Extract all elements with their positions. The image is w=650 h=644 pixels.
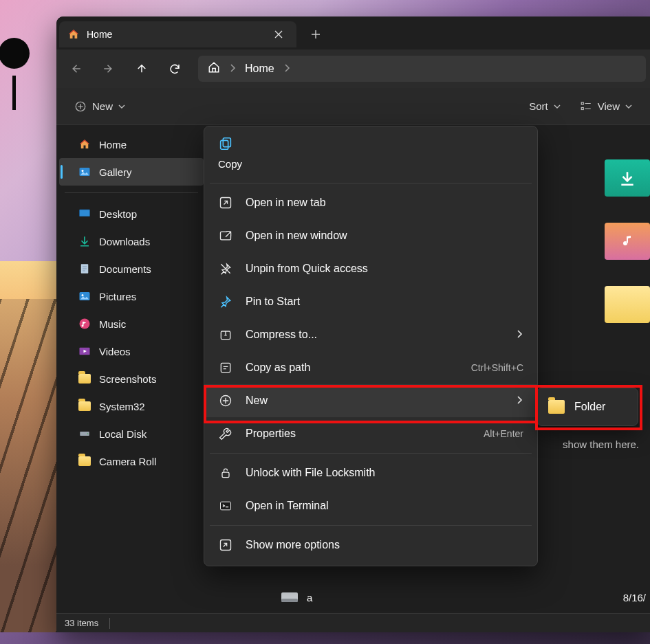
up-button[interactable] [127,54,157,84]
file-row[interactable]: a [281,591,312,603]
terminal-icon [218,498,233,513]
ctx-open-new-window[interactable]: Open in new window [204,219,537,252]
sidebar-item-label: Downloads [99,236,150,247]
ctx-label: Open in new tab [246,197,326,209]
chevron-right-icon [283,63,291,75]
sidebar-item-label: Screenshots [99,373,156,385]
pin-icon [218,294,233,309]
folder-icon [78,400,91,412]
archive-icon [218,327,233,342]
ctx-open-in-terminal[interactable]: Open in Terminal [204,489,537,522]
file-date: 8/16/ [623,592,646,603]
ctx-unlock-file-locksmith[interactable]: Unlock with File Locksmith [204,456,537,489]
shortcut-text: Ctrl+Shift+C [471,362,523,373]
copy-icon [218,136,523,154]
svg-rect-1 [581,102,583,104]
ctx-label: New [246,395,268,407]
forward-button[interactable] [94,54,124,84]
sidebar-item-desktop[interactable]: Desktop [56,200,206,227]
breadcrumb-home[interactable]: Home [245,63,274,75]
ctx-compress-to[interactable]: Compress to... [204,318,537,351]
sidebar-item-pictures[interactable]: Pictures [56,282,206,310]
home-icon [78,138,91,151]
music-icon [78,318,91,330]
sidebar-item-home[interactable]: Home [56,131,206,158]
sidebar-item-documents[interactable]: Documents [56,255,206,282]
ctx-pin-to-start[interactable]: Pin to Start [204,285,537,318]
music-tile[interactable] [605,223,650,260]
context-menu-header[interactable]: Copy [204,131,537,180]
tab-bar: Home [56,16,650,49]
new-tab-button[interactable] [302,21,329,48]
copy-path-icon [218,360,233,375]
properties-icon [218,426,233,441]
generic-folder-tile[interactable] [605,286,650,323]
more-options-icon [218,537,233,553]
copy-label: Copy [218,158,242,170]
ctx-new[interactable]: New [204,384,537,417]
sidebar-item-label: Camera Roll [99,456,156,467]
sidebar-item-screenshots[interactable]: Screenshots [56,365,206,392]
sidebar-item-label: Documents [99,263,151,275]
sidebar-item-label: Pictures [99,291,136,302]
home-icon [208,61,220,76]
chevron-right-icon [515,395,523,407]
ctx-label: Unlock with File Locksmith [246,467,376,479]
file-explorer-window: Home Home [56,16,650,632]
ctx-open-new-tab[interactable]: Open in new tab [204,186,537,219]
item-count: 33 items [65,618,98,628]
folder-tiles [605,159,650,323]
downloads-tile[interactable] [605,159,650,197]
svg-rect-24 [221,502,231,510]
new-button[interactable]: New [67,94,132,119]
sidebar-item-camera-roll[interactable]: Camera Roll [56,447,206,475]
view-button-label: View [598,100,620,112]
new-icon [218,393,233,408]
file-name: a [307,592,312,603]
chevron-right-icon [228,63,237,75]
toolbar: New Sort View [56,88,650,125]
open-new-tab-icon [218,195,233,210]
sidebar-item-local-disk[interactable]: Local Disk [56,420,206,447]
context-menu: Copy Open in new tab Open in new window … [204,126,538,566]
svg-point-4 [82,170,84,172]
sidebar-item-label: Music [99,318,126,330]
sidebar-item-videos[interactable]: Videos [56,337,206,365]
submenu-folder[interactable]: Folder [574,401,605,413]
sidebar: Home Gallery Desktop Downloads Documents [56,125,206,613]
ctx-label: Open in new window [246,230,347,242]
refresh-button[interactable] [160,54,190,84]
ctx-label: Unpin from Quick access [246,263,368,275]
svg-rect-5 [80,210,90,216]
tab-title: Home [87,29,262,40]
sidebar-item-label: Gallery [99,166,132,178]
new-button-label: New [92,100,113,112]
tab-home[interactable]: Home [59,21,296,47]
sidebar-item-gallery[interactable]: Gallery [59,158,204,186]
sidebar-item-label: Local Disk [99,428,147,440]
sidebar-item-system32[interactable]: System32 [56,392,206,420]
ctx-unpin-quick-access[interactable]: Unpin from Quick access [204,252,537,285]
ctx-copy-as-path[interactable]: Copy as path Ctrl+Shift+C [204,351,537,384]
view-button[interactable]: View [573,94,639,119]
chevron-right-icon [515,329,523,341]
ctx-properties[interactable]: Properties Alt+Enter [204,417,537,450]
folder-icon [548,400,565,414]
close-tab-button[interactable] [269,25,288,44]
sidebar-item-label: Home [99,139,127,151]
sidebar-item-music[interactable]: Music [56,310,206,337]
ctx-label: Compress to... [246,329,317,341]
svg-point-13 [87,433,89,434]
svg-rect-17 [221,140,228,149]
ctx-show-more-options[interactable]: Show more options [204,529,537,562]
address-bar[interactable]: Home [198,56,646,82]
documents-icon [78,263,91,275]
ctx-label: Show more options [246,539,340,551]
sidebar-item-downloads[interactable]: Downloads [56,227,206,255]
drive-icon [281,591,299,603]
svg-rect-23 [222,472,229,478]
ctx-label: Copy as path [246,362,310,374]
disk-icon [78,428,91,440]
back-button[interactable] [61,54,91,84]
sort-button[interactable]: Sort [525,94,567,119]
